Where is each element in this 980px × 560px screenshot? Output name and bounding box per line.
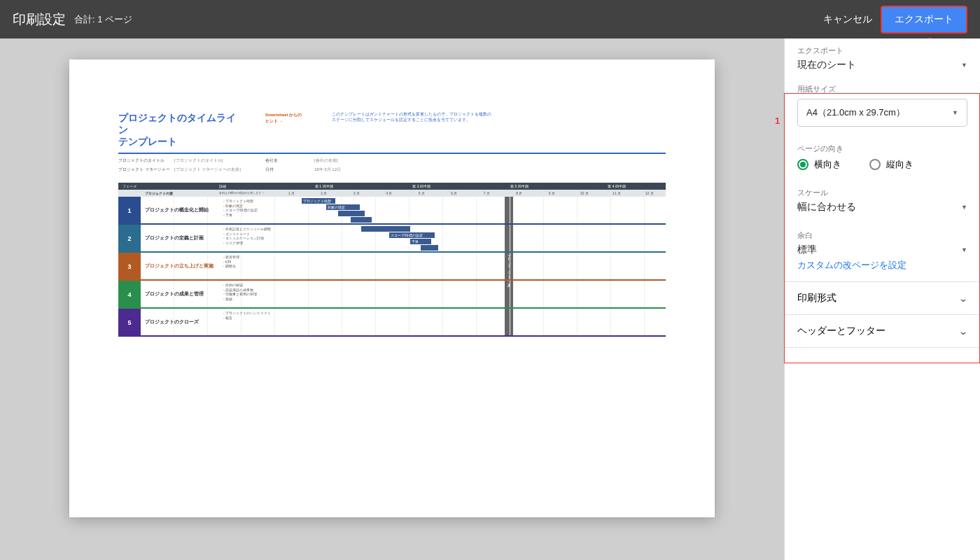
phase-number: 4 [118, 281, 141, 309]
scale-select[interactable]: 幅に合わせる▼ [797, 201, 967, 214]
preview-area: プロジェクトのタイムラインテンプレート Smartsheet からのヒント → … [0, 38, 784, 560]
gantt-chart: フェーズ 詳細 第 1 四半期 第 2 四半期 第 3 四半期 第 4 四半期 … [118, 183, 666, 337]
radio-icon [797, 159, 808, 170]
dropdown-icon: ▼ [961, 204, 967, 211]
phase-title: プロジェクトのクローズ [145, 318, 218, 326]
phase-title: プロジェクトの立ち上げと実施 [145, 262, 218, 270]
gantt-phase-row: 4 プロジェクトの成果と管理 - 目的の確認- 品質保証の成果物- 労働量と費用… [118, 281, 666, 309]
phase-tasks: - 状況管理- KPI- 調整先 [223, 255, 239, 269]
paper-size-label: 用紙サイズ [797, 84, 967, 94]
custom-page-break-link[interactable]: カスタムの改ページを設定 [797, 256, 967, 272]
orientation-portrait-radio[interactable]: 縦向き [869, 158, 913, 171]
phase-tasks: - プロジェクトのパンチリスト- 報告 [223, 311, 271, 320]
dropdown-icon: ▼ [961, 62, 967, 69]
phase-number: 2 [118, 225, 141, 253]
hint-label: Smartsheet からのヒント → [265, 112, 304, 147]
phase-number: 5 [118, 309, 141, 337]
phase-number: 3 [118, 253, 141, 281]
doc-title: プロジェクトのタイムラインテンプレート [118, 112, 237, 147]
phase-title: プロジェクトの概念化と開始 [145, 206, 218, 214]
radio-icon [869, 159, 881, 170]
export-scope-label: エクスポート [797, 46, 967, 56]
gantt-phase-row: 1 プロジェクトの概念化と開始 - プロジェクト構想- 対象の現定- スコープ/… [118, 197, 666, 225]
gantt-phase-row: 5 プロジェクトのクローズ - プロジェクトのパンチリスト- 報告 [118, 309, 666, 337]
scale-label: スケール [797, 188, 967, 198]
orientation-label: ページの向き [797, 144, 967, 154]
dropdown-icon: ▼ [952, 109, 958, 116]
export-scope-select[interactable]: 現在のシート▼ [797, 59, 967, 71]
chevron-down-icon: ⌄ [958, 326, 968, 337]
margin-select[interactable]: 標準▼ [797, 244, 967, 256]
export-button[interactable]: エクスポート 2 [881, 6, 967, 34]
phase-title: プロジェクトの成果と管理 [145, 290, 218, 298]
cancel-button[interactable]: キャンセル [815, 8, 881, 31]
header-bar: 印刷設定 合計: 1 ページ キャンセル エクスポート 2 [0, 0, 980, 38]
hint-text: このテンプレートはガントチャートの形式を変更したもので、プロジェクトを複数のステ… [332, 112, 493, 147]
settings-panel: 1 エクスポート 現在のシート▼ 用紙サイズ A4（21.0cm x 29.7c… [784, 38, 980, 560]
page-count: 合計: 1 ページ [74, 13, 132, 26]
meta-row: プロジェクト マネージャー[プロジェクト マネージャーの名前] 日付18年 3月… [118, 165, 666, 174]
gantt-phase-row: 3 プロジェクトの立ち上げと実施 - 状況管理- KPI- 調整先 [118, 253, 666, 281]
dropdown-icon: ▼ [961, 246, 967, 253]
meta-row: プロジェクトのタイトル[プロジェクトのタイトル] 会社名[会社の名前] [118, 156, 666, 165]
phase-tasks: - 作業記述とスケジュール調整- ガントチャート- コミュニケーション計画- リ… [223, 227, 271, 245]
annotation-1: 1 [775, 115, 780, 126]
orientation-landscape-radio[interactable]: 横向き [797, 158, 841, 171]
page-title: 印刷設定 [13, 10, 66, 29]
phase-number: 1 [118, 197, 141, 225]
paper-size-select[interactable]: A4（21.0cm x 29.7cm）▼ [797, 99, 967, 127]
gantt-phase-row: 2 プロジェクトの定義と計画 - 作業記述とスケジュール調整- ガントチャート-… [118, 225, 666, 253]
phase-tasks: - プロジェクト構想- 対象の現定- スコープ/目標の設定- 予算 [223, 199, 258, 217]
phase-tasks: - 目的の確認- 品質保証の成果物- 労働量と費用の管理- 業績 [223, 283, 257, 301]
print-format-section[interactable]: 印刷形式⌄ [785, 282, 980, 315]
page-preview: プロジェクトのタイムラインテンプレート Smartsheet からのヒント → … [69, 59, 715, 517]
chevron-down-icon: ⌄ [958, 293, 968, 304]
header-footer-section[interactable]: ヘッダーとフッター⌄ [785, 315, 980, 348]
phase-title: プロジェクトの定義と計画 [145, 234, 218, 241]
margin-label: 余白 [797, 230, 967, 241]
